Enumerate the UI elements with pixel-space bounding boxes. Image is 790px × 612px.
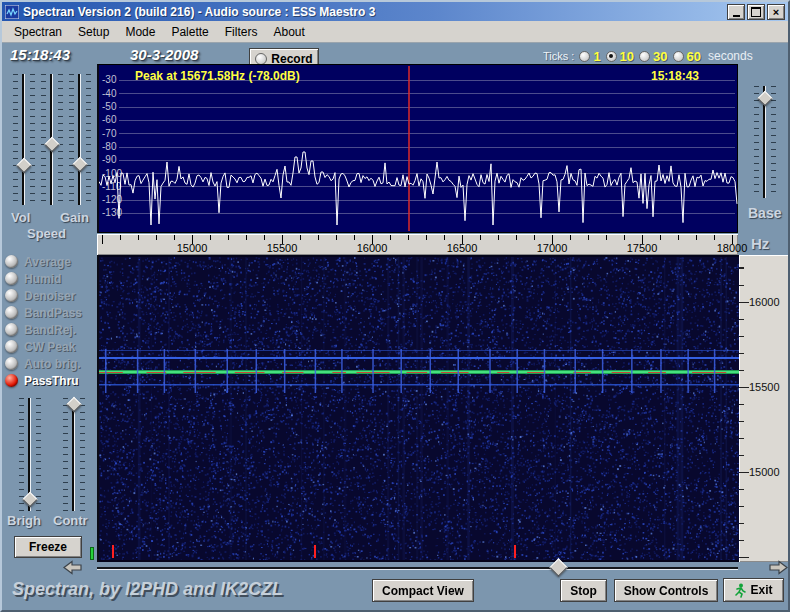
ticks-label: Ticks : <box>543 50 574 62</box>
vol-slider[interactable] <box>12 74 36 205</box>
gain-slider[interactable] <box>68 74 92 205</box>
gain-label: Gain <box>60 210 89 225</box>
contrast-slider[interactable] <box>62 398 86 511</box>
led-indicator-icon <box>5 306 18 319</box>
tune-track[interactable] <box>97 567 738 570</box>
maximize-icon <box>751 7 761 17</box>
freq-tick-label: 16500 <box>447 242 478 254</box>
running-man-icon <box>734 583 746 598</box>
led-indicator-on-icon <box>5 374 18 387</box>
freq-tick-label: 16000 <box>357 242 388 254</box>
freq-tick-label: 15000 <box>177 242 208 254</box>
exit-button[interactable]: Exit <box>723 578 784 602</box>
led-bandpass[interactable]: BandPass <box>5 305 82 320</box>
freq-tick-label: 17500 <box>627 242 658 254</box>
time-display: 15:18:43 <box>10 46 70 63</box>
radio-icon <box>673 51 684 62</box>
credit-text: Spectran, by I2PHD and IK2CZL <box>12 579 283 600</box>
led-cw-peak[interactable]: CW Peak <box>5 339 75 354</box>
base-slider[interactable] <box>753 86 777 198</box>
freq-tick-label: 17000 <box>537 242 568 254</box>
minimize-icon <box>733 15 740 17</box>
waterfall-display[interactable] <box>97 255 739 562</box>
scroll-left-arrow[interactable] <box>62 560 84 575</box>
menu-mode[interactable]: Mode <box>117 23 163 41</box>
show-controls-button[interactable]: Show Controls <box>614 579 718 602</box>
window-title: Spectran Version 2 (build 216) - Audio s… <box>23 5 375 19</box>
led-denoiser[interactable]: Denoiser <box>5 288 75 303</box>
menu-setup[interactable]: Setup <box>70 23 117 41</box>
ticks-option-60[interactable]: 60 <box>673 49 701 64</box>
led-humid[interactable]: Humid <box>5 271 61 286</box>
frequency-ruler: 15000 15500 16000 16500 17000 17500 1800… <box>97 234 738 255</box>
scroll-right-arrow[interactable] <box>767 560 789 575</box>
wf-freq-label: 15000 <box>749 466 780 478</box>
led-auto-brig[interactable]: Auto brig. <box>5 356 81 371</box>
menu-spectran[interactable]: Spectran <box>6 23 70 41</box>
radio-icon <box>579 51 590 62</box>
freq-tick-label: 18000 <box>717 242 748 254</box>
led-average[interactable]: Average <box>5 254 71 269</box>
ticks-option-30[interactable]: 30 <box>639 49 667 64</box>
compact-view-button[interactable]: Compact View <box>372 579 474 602</box>
brightness-slider[interactable] <box>18 398 42 511</box>
led-bandrej[interactable]: BandRej. <box>5 322 76 337</box>
menu-about[interactable]: About <box>265 23 312 41</box>
contr-label: Contr <box>53 513 88 528</box>
window-controls: × <box>727 4 785 20</box>
ticks-option-10[interactable]: 10 <box>606 49 634 64</box>
spectrum-trace <box>99 152 737 225</box>
ticks-suffix: seconds <box>708 49 753 63</box>
led-indicator-icon <box>5 340 18 353</box>
led-indicator-icon <box>5 255 18 268</box>
hz-unit-label: Hz <box>751 235 769 252</box>
radio-icon-selected <box>606 51 617 62</box>
spectrum-display[interactable]: -30 -40 -50 -60 -70 -80 -90 -100 -110 -1… <box>97 64 738 233</box>
base-label: Base <box>748 205 781 221</box>
led-indicator-icon <box>5 272 18 285</box>
brigh-label: Brigh <box>7 513 41 528</box>
led-indicator-icon <box>5 289 18 302</box>
title-bar: Spectran Version 2 (build 216) - Audio s… <box>2 2 788 21</box>
stop-button[interactable]: Stop <box>560 579 607 602</box>
led-indicator-icon <box>5 323 18 336</box>
peak-readout: Peak at 15671.58Hz (-78.0dB) <box>135 69 300 83</box>
waterfall-freq-scale: 16000 15500 15000 <box>739 255 790 562</box>
app-waveform-icon <box>5 5 19 19</box>
menu-palette[interactable]: Palette <box>163 23 216 41</box>
maximize-button[interactable] <box>747 4 765 20</box>
vol-label: Vol <box>11 210 30 225</box>
speed-slider[interactable] <box>40 74 64 205</box>
wf-freq-label: 16000 <box>749 296 780 308</box>
spectrum-clock: 15:18:43 <box>651 69 699 83</box>
record-radio-icon <box>255 53 267 65</box>
spectrum-trace-svg <box>99 65 738 232</box>
waterfall-canvas <box>99 257 739 560</box>
minimize-button[interactable] <box>727 4 745 20</box>
close-button[interactable]: × <box>767 4 785 20</box>
app-window: Spectran Version 2 (build 216) - Audio s… <box>0 0 790 612</box>
date-display: 30-3-2008 <box>130 46 198 63</box>
wf-freq-label: 15500 <box>749 381 780 393</box>
menu-filters[interactable]: Filters <box>217 23 266 41</box>
ticks-selector: Ticks : 1 10 30 60 seconds <box>543 48 753 64</box>
radio-icon <box>639 51 650 62</box>
ticks-option-1[interactable]: 1 <box>579 49 600 64</box>
freq-tick-label: 15500 <box>267 242 298 254</box>
menu-bar: Spectran Setup Mode Palette Filters Abou… <box>2 21 788 43</box>
level-indicator-bar <box>90 547 94 560</box>
freeze-button[interactable]: Freeze <box>14 536 82 558</box>
led-indicator-icon <box>5 357 18 370</box>
led-passthru[interactable]: PassThru <box>5 373 79 388</box>
speed-label: Speed <box>27 226 66 241</box>
close-icon: × <box>773 6 779 19</box>
